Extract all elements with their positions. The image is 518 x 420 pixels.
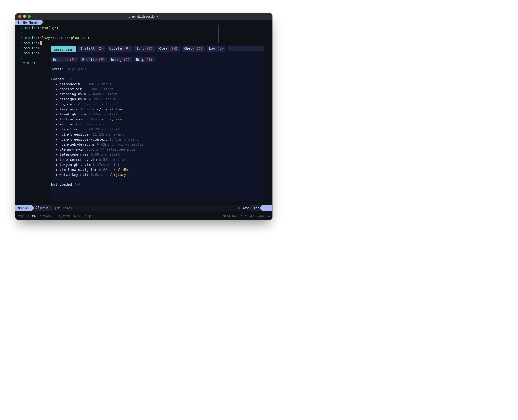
plugin-name: lazy.nvim [60, 107, 78, 112]
plugin-name: goyo.vim [60, 102, 76, 107]
window-title: tmux attach-session ~ [15, 15, 272, 18]
menu-icon: ≡ [238, 206, 240, 210]
code-area[interactable]: require("config") require("lazy").setup(… [23, 25, 272, 205]
plugin-time: 0.58ms [78, 102, 91, 107]
tmux-window[interactable]: 3.system [54, 214, 70, 218]
plugin-row[interactable]: ●gitsigns.nvim4.9ms▷start [56, 97, 264, 102]
plugin-row[interactable]: ●todo-comments.nvim0.58ms▷start [56, 157, 264, 162]
cursor [40, 41, 42, 45]
editor[interactable]: 7 6 5 4 3 2 1 8 require("config") requir… [15, 25, 272, 205]
lazy-tab-filler [228, 46, 264, 51]
total-count: 28 plugins [66, 67, 86, 71]
tmux-window[interactable]: 2.todo [39, 214, 51, 218]
plugin-event: telescope.nvim [106, 147, 135, 152]
bullet-icon: ● [56, 87, 57, 92]
plugin-row[interactable]: ●tokyonight.nvim3.37ms▷start [56, 162, 264, 167]
terminal-window: tmux attach-session ~ 1 [No Name] 7 6 5 … [15, 13, 272, 220]
bullet-icon: ● [56, 127, 57, 132]
lazy-tab-clean[interactable]: Clean (X) [157, 46, 180, 52]
plugin-name: vim-tmux-navigator [60, 167, 97, 172]
play-icon: ▷ [103, 92, 105, 97]
svg-point-2 [36, 208, 37, 209]
plugin-name: plenary.nvim [60, 147, 85, 152]
plugin-name: tokyonight.nvim [60, 162, 91, 167]
plugin-name: telescope.nvim [60, 152, 88, 157]
lazy-tabs: lazy.nvimzz Install (I) Update (U) Sync … [51, 45, 264, 62]
package-icon: ⬡ [112, 142, 115, 147]
lazy-tab-profile[interactable]: Profile (P) [80, 57, 107, 62]
plugin-event: start [128, 137, 139, 142]
plugin-row[interactable]: ●nvim-web-devicons0.62ms⬡nvim-tree.lua [56, 142, 264, 147]
plugin-name: nvim-tree.lua [60, 127, 86, 132]
plugin-time: 26.73ms [89, 127, 103, 132]
plugin-name: copilot.vim [60, 87, 82, 92]
bullet-icon: ● [56, 167, 57, 172]
plugin-event: start [97, 102, 108, 107]
plugin-row[interactable]: ●vim-tmux-navigator0.66ms⚡︎VimEnter [56, 167, 264, 172]
lazy-tab-sync[interactable]: Sync (S) [134, 46, 155, 52]
lazy-tab-restore[interactable]: Restore (R) [51, 57, 78, 62]
plugin-row[interactable]: ●limelight.vim1.02ms▷start [56, 112, 264, 117]
tmux-window[interactable]: 1.fm [28, 214, 36, 218]
plugin-row[interactable]: ●mini.nvim0.08ms▷start [56, 122, 264, 127]
plugin-row[interactable]: ●nvim-treesitter11.25ms▷start [56, 132, 264, 137]
plugin-row[interactable]: ●catppuccin0.14ms▷start [56, 82, 264, 87]
branch-icon [36, 206, 39, 210]
lazy-tab-update[interactable]: Update (U) [108, 46, 132, 52]
plugin-time: 2.46ms [89, 92, 101, 97]
titlebar[interactable]: tmux attach-session ~ [15, 13, 272, 20]
tmux-window[interactable]: 5.p2 [85, 214, 93, 218]
lazy-panel[interactable]: lazy.nvimzz Install (I) Update (U) Sync … [51, 45, 264, 201]
plugin-name: nvim-treesitter [60, 132, 91, 137]
notloaded-count: (9) [74, 182, 80, 186]
tab-index: 1 [17, 20, 19, 24]
plugin-row[interactable]: ●nvim-treesitter-context1.42ms▷start [56, 137, 264, 142]
buffer-tabs: 1 [No Name] [15, 20, 272, 25]
plugin-time: 3.37ms [93, 162, 105, 167]
plugin-row[interactable]: ●dressing.nvim2.46ms▷start [56, 92, 264, 97]
plugin-row[interactable]: ●telescope.nvim6.69ms▷start [56, 152, 264, 157]
plugin-row[interactable]: ●which-key.nvim6.63ms⚡︎VeryLazy [56, 172, 264, 177]
lazy-tab-check[interactable]: Check (C) [182, 46, 205, 52]
plugin-event: start [108, 112, 118, 117]
svg-point-0 [36, 206, 37, 207]
bullet-icon: ● [56, 92, 57, 97]
total-label: Total: [51, 67, 63, 71]
lazy-tab-home[interactable]: lazy.nvimzz [51, 46, 76, 52]
tmux-host: Apollo [258, 214, 270, 218]
plugin-time: 4.9ms [89, 97, 99, 102]
plugin-list: ●catppuccin0.14ms▷start●copilot.vim0.85m… [51, 82, 264, 177]
plugin-event: init.lua [105, 107, 122, 112]
buffer-tab-active[interactable]: 1 [No Name] [15, 20, 41, 25]
lazy-tab-log[interactable]: Log (L) [207, 46, 225, 52]
bullet-icon: ● [56, 117, 57, 122]
plugin-row[interactable]: ●goyo.vim0.58ms▷start [56, 102, 264, 107]
plugin-time: 9.63ms [86, 117, 99, 122]
plugin-row[interactable]: ●nvim-tree.lua26.73ms▷start [56, 127, 264, 132]
plugin-row[interactable]: ●plenary.nvim0.52ms⬡telescope.nvim [56, 147, 264, 152]
cursor-position: 1:1 [262, 205, 272, 211]
tmux-session[interactable]: mgc [18, 214, 24, 218]
plugin-name: mini.nvim [60, 122, 78, 127]
lazy-tab-install[interactable]: Install (I) [78, 46, 105, 52]
plugin-name: which-key.nvim [60, 172, 88, 177]
plugin-time: 6.63ms [91, 172, 103, 177]
plugin-event: start [118, 157, 128, 162]
scrollbar-indicator [218, 25, 219, 44]
tmux-window[interactable]: 4.p1 [74, 214, 82, 218]
plugin-row[interactable]: ●copilot.vim0.85ms▷start [56, 87, 264, 92]
play-icon: ▷ [107, 162, 109, 167]
plugin-name: todo-comments.nvim [60, 157, 97, 162]
bullet-icon: ● [56, 172, 57, 177]
plugin-row[interactable]: ●lazy.nvim10.38ms</>init.lua [56, 107, 264, 112]
lazy-tab-help[interactable]: Help (?) [134, 57, 155, 62]
plugin-name: gitsigns.nvim [60, 97, 86, 102]
plugin-time: 10.38ms [80, 107, 95, 112]
loaded-label: Loaded [51, 77, 63, 81]
bullet-icon: ● [56, 137, 57, 142]
plugin-row[interactable]: ●lualine.nvim9.63ms⚡︎VeryLazy [56, 117, 264, 122]
lazy-tab-debug[interactable]: Debug (D) [109, 57, 132, 62]
plugin-event: start [99, 122, 110, 127]
plugin-name: lualine.nvim [60, 117, 85, 122]
play-icon: ▷ [114, 157, 116, 162]
